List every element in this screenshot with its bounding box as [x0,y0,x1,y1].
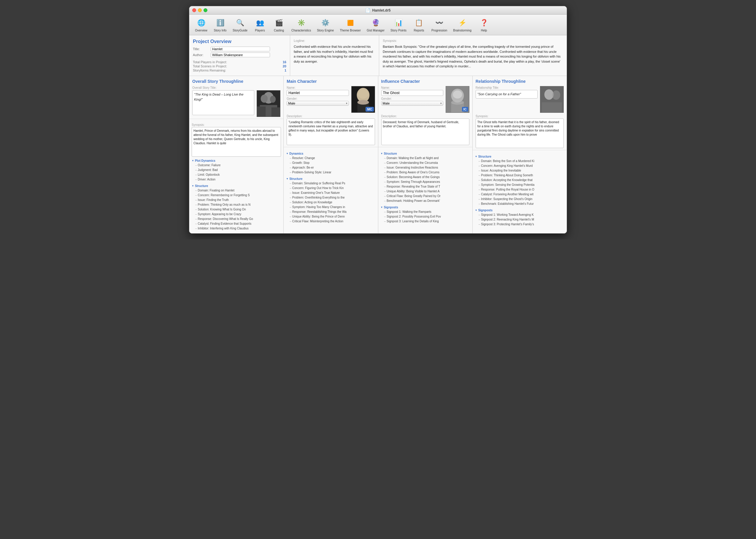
influence-char-desc-box[interactable]: Deceased; former King of Denmark, husban… [381,118,469,145]
list-item: –Concern: Understanding the Circumsta [384,161,470,165]
structure-triangle: ▼ [192,185,194,187]
rel-structure-triangle: ▼ [475,155,477,158]
influence-char-name-input[interactable] [381,90,443,96]
rel-synopsis-box[interactable]: The Ghost tells Hamlet that it is the sp… [476,118,564,148]
title-row: Title: [193,46,286,51]
svg-point-19 [552,91,560,100]
rel-photo [540,86,564,113]
influence-char-scrollable[interactable]: ▼ Structure –Domain: Walking the Earth a… [378,147,472,233]
minimize-button[interactable] [198,8,202,12]
svg-point-9 [358,89,368,99]
bottom-section: Overall Story Throughline Overall Story … [189,76,567,233]
toolbar-characteristics[interactable]: ✳️ Characteristics [289,16,313,33]
rel-synopsis-label: Synopsis: [476,115,564,118]
author-label: Author: [193,53,211,57]
main-char-gender-select[interactable]: Male Female [287,101,349,106]
main-char-name-input[interactable] [287,90,349,96]
influence-signposts-triangle: ▼ [381,206,383,209]
influence-structure-triangle: ▼ [381,152,383,155]
main-character-col: Main Character Name: Gender: Male Female [284,76,378,233]
svg-point-2 [261,95,268,103]
toolbar-storyguide[interactable]: 🔍 StoryGuide [230,16,250,33]
overall-story-header: Overall Story Throughline Overall Story … [189,76,283,119]
storyguide-icon: 🔍 [235,18,245,28]
main-structure-header: ▼ Structure [286,177,375,181]
main-char-scrollable[interactable]: ▼ Dynamics –Resolve: Change –Growth: Sto… [284,147,378,233]
overall-synopsis-box[interactable]: Hamlet, Prince of Denmark, returns from … [192,127,281,157]
rel-signposts-items: –Signpost 1: Working Toward Avenging K –… [475,212,564,227]
zoom-button[interactable] [204,8,207,12]
logline-label: Logline: [294,39,375,42]
toolbar-help[interactable]: ❓ Help [475,16,493,33]
toolbar-story-info[interactable]: ℹ️ Story Info [211,16,229,33]
storyforms-label: Storyforms Remaining: [193,69,226,72]
influence-char-photo-container: IC [446,86,469,113]
brainstorming-label: Brainstorming [453,29,471,32]
influence-char-gender-select-wrapper: Male Female [381,101,443,106]
list-item: –Concern: Figuring Out How to Trick Kin [290,186,375,191]
list-item: –Solution: Accepting the Knowledge that [479,178,564,183]
list-item: –Problem: Thinking Only as much as is N [195,202,281,207]
list-item: –Benchmark: Establishing Hamlet's Futur [479,201,564,206]
relationship-scrollable[interactable]: ▼ Structure –Domain: Being the Son of a … [473,150,567,233]
list-item: –Unique Ability: Being Visible to Hamlet… [384,189,470,194]
overall-story-name-label: Overall Story Title: [192,86,280,89]
main-char-desc-box[interactable]: "Leading Romantic critics of the late ei… [287,118,375,145]
ic-badge: IC [462,107,468,112]
list-item: –Issue: Finding the Truth [195,198,281,202]
total-scenes-row: Total Scenes in Project: 20 [193,64,286,68]
list-item: –Symptom: Having Too Many Changes in [290,205,375,209]
overview-label: Overview [195,29,207,32]
toolbar-brainstorming[interactable]: ⚡ Brainstorming [451,16,474,33]
toolbar-story-engine[interactable]: ⚙️ Story Engine [314,16,336,33]
influence-signposts-section: ▼ Signposts –Signpost 1: Walking the Ram… [381,206,470,224]
list-item: –Response: Discovering What Is Really Go [195,217,281,221]
toolbar-gist-manager[interactable]: 🔮 Gist Manager [364,16,387,33]
main-char-gender-row: Gender: Male Female [287,97,349,106]
list-item: –Response: Putting the Royal House in O [479,187,564,192]
toolbar-reports[interactable]: 📋 Reports [410,16,428,33]
titlebar: 📄 Hamlet.dr5 [189,6,567,15]
progression-label: Progression [431,29,447,32]
list-item: –Problem: Thinking About Doing Someth [479,173,564,178]
toolbar-progression[interactable]: 〰️ Progression [429,16,449,33]
total-players-row: Total Players in Project: 16 [193,60,286,64]
story-points-icon: 📊 [393,18,404,28]
svg-point-14 [453,91,462,99]
overall-story-scrollable[interactable]: Synopsis: Hamlet, Prince of Denmark, ret… [189,119,283,233]
main-char-gender-label: Gender: [287,97,349,100]
list-item: –Signpost 1: Working Toward Avenging K [479,212,564,217]
synopsis-panel: Synopsis: Bantam Book Synopsis: "One of … [379,35,567,76]
title-input[interactable] [211,46,270,51]
toolbar-casting[interactable]: 🎬 Casting [270,16,288,33]
list-item: –Signpost 3: Protecting Hamlet's Family'… [479,222,564,227]
rel-title-box: "Son Carrying on for a Father" [476,90,538,99]
influence-char-desc-label: Description: [381,115,469,118]
influence-character-header: Influence Character Name: Gender: Male F [378,76,472,147]
list-item: –Concern: Remembering or Forgetting S [195,193,281,198]
author-input[interactable] [211,52,270,57]
toolbar-players[interactable]: 👥 Players [251,16,269,33]
list-item: –Signpost 2: Possibly Possessing Evil Po… [384,214,470,219]
overall-story-name-row: "The King is Dead – Long Live the King!" [192,90,280,117]
overall-structure-items: –Domain: Fixating on Hamlet –Concern: Re… [192,188,281,231]
toolbar-overview[interactable]: 🌐 Overview [192,16,210,33]
overall-story-col: Overall Story Throughline Overall Story … [189,76,284,233]
toolbar-story-points[interactable]: 📊 Story Points [388,16,409,33]
close-button[interactable] [192,8,196,12]
synopsis-label: Synopsis: [383,39,563,42]
rel-signposts-triangle: ▼ [475,209,477,212]
plot-dynamics-header: ▼ Plot Dynamics [192,159,281,162]
overall-structure-header: ▼ Structure [192,184,281,188]
relationship-fields: Relationship Title: "Son Carrying on for… [476,86,538,113]
brainstorming-icon: ⚡ [457,18,468,28]
main-dynamics-section: ▼ Dynamics –Resolve: Change –Growth: Sto… [286,152,375,175]
influence-char-gender-select[interactable]: Male Female [381,101,443,106]
toolbar: 🌐 Overview ℹ️ Story Info 🔍 StoryGuide 👥 … [189,15,567,35]
gist-manager-label: Gist Manager [367,29,384,32]
list-item: –Issue: Examining One's True Nature [290,191,375,195]
overall-story-title-box: "The King is Dead – Long Live the King!" [192,90,254,115]
list-item: –Symptom: Appearing to be Crazy [195,212,281,217]
toolbar-theme-browser[interactable]: 🟧 Theme Browser [337,16,363,33]
main-char-gender-select-wrapper: Male Female [287,101,349,106]
